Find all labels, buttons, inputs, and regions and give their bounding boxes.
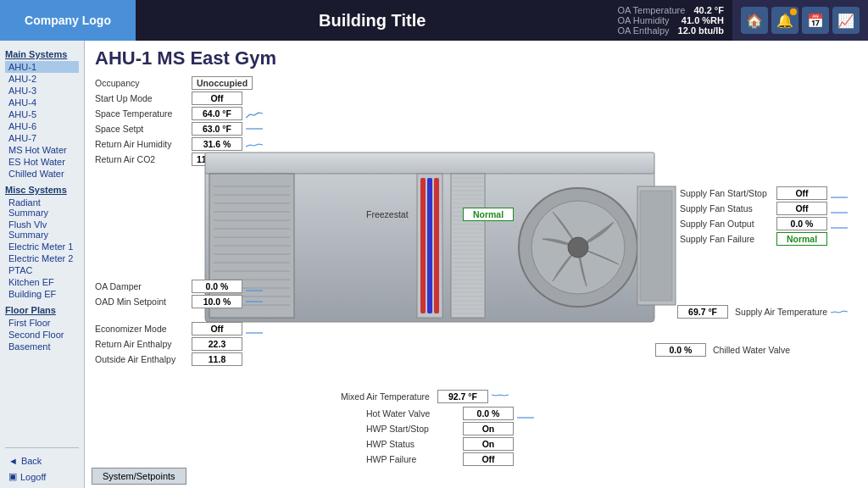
fan-output-graph	[831, 218, 849, 230]
fan-status-value[interactable]: Off	[776, 202, 827, 215]
oa-temp-label: OA Temperature	[617, 5, 685, 15]
econ-mode-label: Economizer Mode	[95, 324, 188, 334]
fan-start-stop-value[interactable]: Off	[776, 186, 827, 200]
mixed-air-graph	[492, 391, 510, 402]
home-icon[interactable]: 🏠	[741, 7, 768, 34]
system-setpoints-tab[interactable]: System/Setpoints	[92, 468, 186, 485]
chilled-water-group: 0.0 % Chilled Water Valve	[655, 343, 790, 358]
page-title: AHU-1 MS East Gym	[95, 47, 858, 69]
main-systems-header[interactable]: Main Systems	[5, 49, 79, 59]
sidebar-item-ahu3[interactable]: AHU-3	[5, 85, 79, 97]
svg-rect-20	[427, 178, 432, 313]
back-button[interactable]: ◄ Back	[5, 453, 79, 469]
occupancy-label: Occupancy	[95, 78, 188, 88]
damper-group: OA Damper 0.0 % OAD Min Setpoint 10.0 %	[95, 280, 264, 310]
svg-rect-19	[420, 178, 426, 313]
freezestat-value[interactable]: Normal	[463, 208, 514, 221]
freezestat-group: Freezestat Normal	[366, 208, 514, 223]
ahu-area: Occupancy Unoccupied Start Up Mode Off S…	[95, 76, 858, 483]
logoff-button[interactable]: ▣ Logoff	[5, 469, 79, 485]
oa-damper-label: OA Damper	[95, 281, 188, 291]
sidebar-item-ahu4[interactable]: AHU-4	[5, 97, 79, 108]
main-layout: Main Systems AHU-1 AHU-2 AHU-3 AHU-4 AHU…	[0, 41, 868, 488]
fan-failure-value[interactable]: Normal	[776, 232, 827, 246]
space-setpt-label: Space Setpt	[95, 124, 188, 134]
startup-label: Start Up Mode	[95, 93, 188, 103]
hw-valve-value[interactable]: 0.0 %	[463, 407, 514, 420]
sidebar-item-ahu6[interactable]: AHU-6	[5, 120, 79, 132]
oa-humidity-label: OA Humidity	[617, 15, 669, 25]
svg-point-58	[568, 237, 588, 258]
back-label: Back	[21, 456, 42, 466]
misc-systems-header[interactable]: Misc Systems	[5, 185, 79, 195]
sidebar-item-es-hot-water[interactable]: ES Hot Water	[5, 156, 79, 168]
hw-valve-graph	[517, 408, 536, 419]
hwp-status-value[interactable]: On	[463, 437, 514, 451]
space-temp-label: Space Temperature	[95, 108, 188, 119]
return-humidity-label: Return Air Humidity	[95, 139, 188, 149]
sidebar: Main Systems AHU-1 AHU-2 AHU-3 AHU-4 AHU…	[0, 41, 85, 488]
outside-enthalpy-value[interactable]: 11.8	[192, 352, 242, 366]
oa-enthalpy-value: 12.0 btu/lb	[678, 25, 724, 36]
sidebar-item-basement[interactable]: Basement	[5, 341, 79, 352]
bottom-bar: System/Setpoints	[85, 464, 193, 488]
mixed-air-label: Mixed Air Temperature	[341, 391, 434, 402]
sidebar-item-ptac[interactable]: PTAC	[5, 264, 79, 276]
fan-output-value[interactable]: 0.0 %	[776, 217, 827, 230]
header-icons: 🏠 🔔 📅 📈	[732, 0, 868, 41]
oa-damper-value[interactable]: 0.0 %	[192, 280, 242, 293]
sidebar-item-ahu5[interactable]: AHU-5	[5, 108, 79, 120]
freezestat-label: Freezestat	[366, 209, 459, 219]
sidebar-item-electric2[interactable]: Electric Meter 2	[5, 252, 79, 264]
calendar-icon[interactable]: 📅	[802, 7, 829, 34]
oad-min-value[interactable]: 10.0 %	[192, 295, 242, 308]
bell-badge	[790, 8, 797, 15]
back-icon: ◄	[8, 456, 18, 466]
mixed-air-value[interactable]: 92.7 °F	[437, 390, 488, 403]
hwp-start-label: HWP Start/Stop	[366, 424, 459, 434]
econ-mode-graph	[246, 323, 264, 335]
oad-min-label: OAD Min Setpoint	[95, 297, 188, 307]
fan-status-graph	[831, 202, 849, 214]
chart-icon[interactable]: 📈	[832, 7, 860, 34]
sidebar-item-second-floor[interactable]: Second Floor	[5, 329, 79, 341]
bell-icon[interactable]: 🔔	[771, 7, 798, 34]
mixed-air-group: Mixed Air Temperature 92.7 °F	[341, 390, 510, 405]
svg-rect-21	[434, 178, 439, 313]
return-enthalpy-value[interactable]: 22.3	[192, 337, 242, 351]
econ-mode-value[interactable]: Off	[192, 322, 242, 336]
sidebar-item-flush-vlv[interactable]: Flush Vlv Summary	[5, 219, 79, 241]
sidebar-item-ahu2[interactable]: AHU-2	[5, 73, 79, 85]
sidebar-item-kitchen-ef[interactable]: Kitchen EF	[5, 276, 79, 288]
content-area: AHU-1 MS East Gym Occupancy Unoccupied S…	[85, 41, 868, 488]
floor-plans-header[interactable]: Floor Plans	[5, 305, 79, 315]
sidebar-item-electric1[interactable]: Electric Meter 1	[5, 241, 79, 252]
oa-enthalpy-label: OA Enthalpy	[617, 25, 669, 36]
building-title: Building Title	[136, 0, 609, 41]
supply-air-value[interactable]: 69.7 °F	[677, 305, 728, 319]
sidebar-item-radiant[interactable]: Radiant Summary	[5, 197, 79, 219]
oa-damper-graph	[246, 280, 264, 292]
sidebar-item-ahu7[interactable]: AHU-7	[5, 132, 79, 144]
fan-output-label: Supply Fan Output	[680, 219, 773, 229]
sidebar-item-first-floor[interactable]: First Floor	[5, 317, 79, 329]
occupancy-value[interactable]: Unoccupied	[192, 76, 253, 90]
hwp-start-value[interactable]: On	[463, 422, 514, 435]
hot-water-group: Hot Water Valve 0.0 % HWP Start/Stop On …	[366, 407, 536, 468]
oad-min-graph	[246, 296, 264, 308]
hwp-failure-value[interactable]: Off	[463, 452, 514, 466]
sidebar-item-ahu1[interactable]: AHU-1	[5, 61, 79, 73]
hw-valve-label: Hot Water Valve	[366, 408, 459, 419]
svg-rect-60	[640, 191, 672, 301]
logoff-label: Logoff	[20, 472, 46, 482]
fan-start-stop-label: Supply Fan Start/Stop	[680, 188, 773, 198]
hwp-status-label: HWP Status	[366, 439, 459, 449]
sidebar-item-chilled-water[interactable]: Chilled Water	[5, 168, 79, 180]
sidebar-item-building-ef[interactable]: Building EF	[5, 288, 79, 300]
fan-failure-label: Supply Fan Failure	[680, 234, 773, 244]
sidebar-item-ms-hot-water[interactable]: MS Hot Water	[5, 144, 79, 156]
supply-fan-group: Supply Fan Start/Stop Off Supply Fan Sta…	[680, 186, 849, 247]
header: Company Logo Building Title OA Temperatu…	[0, 0, 868, 41]
oa-data-panel: OA Temperature 40.2 °F OA Humidity 41.0 …	[609, 0, 732, 41]
chilled-water-value[interactable]: 0.0 %	[655, 343, 706, 357]
